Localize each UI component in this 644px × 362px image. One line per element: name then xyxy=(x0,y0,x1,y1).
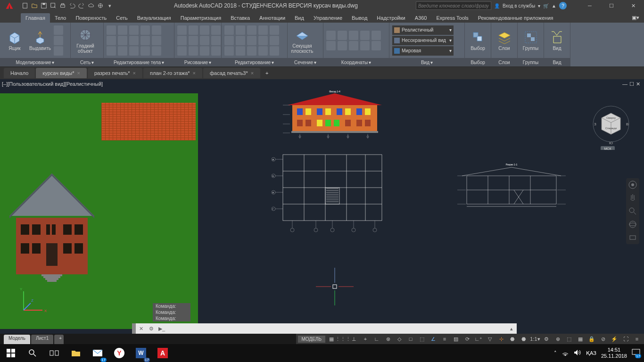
point-icon[interactable] xyxy=(177,46,187,56)
annotation-visibility-icon[interactable]: ⬣ xyxy=(507,334,518,344)
ucs-view-icon[interactable] xyxy=(326,41,336,50)
join-icon[interactable] xyxy=(270,46,279,56)
thicken-icon[interactable] xyxy=(107,36,116,45)
select-button[interactable]: Выбор xyxy=(468,30,488,51)
add-layout-icon[interactable]: + xyxy=(54,335,64,344)
3dosnap-icon[interactable]: ⬚ xyxy=(417,334,427,344)
slice-icon[interactable] xyxy=(152,25,161,35)
osnap-icon[interactable]: □ xyxy=(405,334,416,344)
extract-edge-icon[interactable] xyxy=(118,36,127,45)
minimize-icon[interactable]: ─ xyxy=(579,0,601,11)
isoplane-icon[interactable]: ◇ xyxy=(394,334,405,344)
ucs-face-icon[interactable] xyxy=(360,31,370,40)
annotation-scale[interactable]: 1:1▾ xyxy=(530,334,540,344)
rectangle-icon[interactable] xyxy=(177,36,187,45)
spline-icon[interactable] xyxy=(211,36,221,45)
ribbon-tab[interactable]: Аннотации xyxy=(255,13,290,23)
ucs-x-icon[interactable] xyxy=(349,41,358,50)
lwt-icon[interactable]: ≡ xyxy=(439,334,450,344)
units-icon[interactable]: ⬚ xyxy=(564,334,574,344)
ribbon-tab[interactable]: Поверхность xyxy=(71,13,111,23)
file-tab-start[interactable]: Начало xyxy=(4,68,35,78)
ribbon-tab[interactable]: A360 xyxy=(410,13,432,23)
ribbon-tab[interactable]: Рекомендованные приложения xyxy=(473,13,558,23)
search-input[interactable] xyxy=(416,1,491,10)
zoom-icon[interactable] xyxy=(628,206,637,216)
file-tab[interactable]: разрез печать*× xyxy=(88,68,142,78)
quick-props-icon[interactable]: ▦ xyxy=(575,334,586,344)
visual-style-dropdown[interactable]: Реалистичный▾ xyxy=(392,25,454,35)
selection-filter-icon[interactable]: ▽ xyxy=(485,334,495,344)
a360-icon[interactable]: ▲ xyxy=(552,3,556,8)
section-plane-button[interactable]: Секущая плоскость xyxy=(290,27,314,54)
vp-minimize-icon[interactable]: — xyxy=(622,81,627,87)
polyline-icon[interactable] xyxy=(189,25,198,35)
interfere-icon[interactable] xyxy=(140,25,150,35)
view-button[interactable]: Вид xyxy=(547,30,567,51)
presspull-icon[interactable] xyxy=(54,36,63,45)
viewport-label[interactable]: [–][Пользовательский вид][Реалистичный] xyxy=(2,81,103,87)
chamfer-edge-icon[interactable] xyxy=(152,36,161,45)
transparency-icon[interactable]: ▨ xyxy=(451,334,461,344)
stretch-icon[interactable] xyxy=(258,36,268,45)
redo-icon[interactable] xyxy=(77,1,86,10)
ribbon-tab[interactable]: Вставка xyxy=(226,13,255,23)
vp-close-icon[interactable]: ✕ xyxy=(636,81,640,87)
dynamic-input-icon[interactable]: + xyxy=(360,334,371,344)
isolate-icon[interactable]: ⊘ xyxy=(598,334,608,344)
array-icon[interactable] xyxy=(224,46,234,56)
groups-button[interactable]: Группы xyxy=(520,30,541,51)
move-icon[interactable] xyxy=(224,25,234,35)
ucs-icon[interactable] xyxy=(326,31,336,40)
language-indicator[interactable]: ҚАЗ xyxy=(586,350,596,356)
taper-icon[interactable] xyxy=(118,46,127,56)
polygon-icon[interactable] xyxy=(189,36,198,45)
showmotion-icon[interactable] xyxy=(628,233,637,242)
help-icon[interactable]: ? xyxy=(559,2,567,9)
full-nav-wheel-icon[interactable] xyxy=(628,180,637,189)
autocad-taskbar-icon[interactable]: A xyxy=(152,344,173,362)
offset-face-icon[interactable] xyxy=(129,46,139,56)
plot-icon[interactable] xyxy=(58,1,67,10)
signin-icon[interactable]: 👤 xyxy=(494,3,500,8)
ribbon-tab[interactable]: Вид xyxy=(290,13,309,23)
union-icon[interactable] xyxy=(107,25,116,35)
exchange-icon[interactable]: 🛒 xyxy=(543,3,549,8)
mail-icon[interactable]: 17 xyxy=(87,344,108,362)
erase-icon[interactable] xyxy=(258,25,268,35)
word-icon[interactable]: W17 xyxy=(130,344,152,362)
infer-icon[interactable]: ⊥ xyxy=(349,334,359,344)
ucs-indicator[interactable]: X Y Z xyxy=(19,287,47,315)
ellipse-icon[interactable] xyxy=(200,36,209,45)
start-button[interactable] xyxy=(0,344,22,362)
save-icon[interactable] xyxy=(40,1,48,10)
line-icon[interactable] xyxy=(177,25,187,35)
layout-tab[interactable]: Лист1 xyxy=(31,335,53,344)
ucs-y-icon[interactable] xyxy=(360,41,370,50)
close-tab-icon[interactable]: × xyxy=(77,70,80,76)
ribbon-tab[interactable]: Визуализация xyxy=(132,13,176,23)
signin-label[interactable]: Вход в службы xyxy=(503,3,535,8)
cycling-icon[interactable]: ⟳ xyxy=(462,334,472,344)
cloud-icon[interactable] xyxy=(87,1,95,10)
ribbon-tab[interactable]: Сеть xyxy=(111,13,132,23)
subtract-icon[interactable] xyxy=(118,25,127,35)
cmdline-history-icon[interactable]: ▴ xyxy=(506,326,517,332)
saved-view-dropdown[interactable]: Несохраненный вид▾ xyxy=(392,36,454,45)
hardware-accel-icon[interactable]: ⚡ xyxy=(609,334,619,344)
ribbon-tab[interactable]: Вывод xyxy=(347,13,372,23)
action-center-icon[interactable]: 17 xyxy=(632,349,640,357)
fillet-icon[interactable] xyxy=(236,36,245,45)
clean-screen-icon[interactable]: ⛶ xyxy=(620,334,631,344)
app-menu[interactable] xyxy=(0,0,19,11)
ortho-icon[interactable]: ∟ xyxy=(372,334,382,344)
customize-icon[interactable]: ≡ xyxy=(632,334,642,344)
revolve-icon[interactable] xyxy=(54,46,63,56)
task-view-icon[interactable] xyxy=(43,344,65,362)
model-tab[interactable]: Модель xyxy=(4,335,30,344)
cmdline-options-icon[interactable]: ⚙ xyxy=(146,326,157,332)
search-icon[interactable] xyxy=(22,344,43,362)
tray-up-icon[interactable]: ˄ xyxy=(554,350,557,356)
autoscale-icon[interactable]: ⬣ xyxy=(519,334,529,344)
ucs-world-icon[interactable] xyxy=(338,31,347,40)
